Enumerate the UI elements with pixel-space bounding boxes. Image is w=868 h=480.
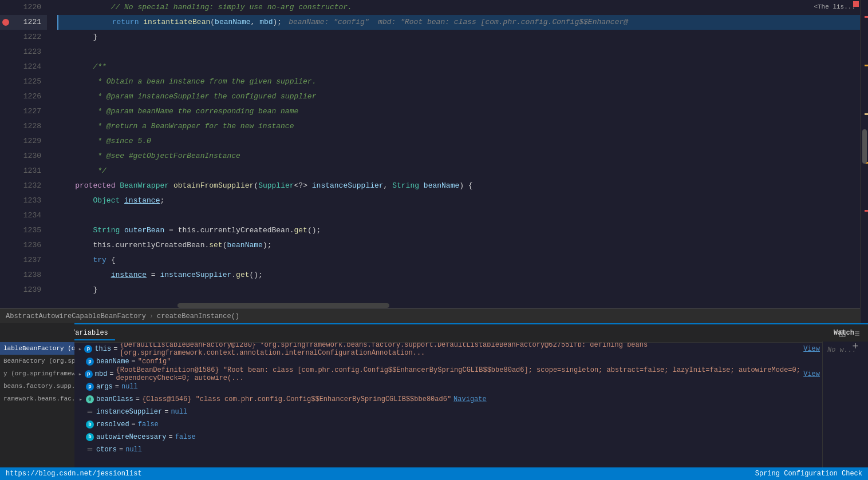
watch-label: Watch — [828, 324, 860, 339]
var-name: beanName — [96, 358, 129, 366]
variable-row-3[interactable]: pargs=null — [74, 380, 822, 393]
expand-icon[interactable]: ▸ — [77, 395, 85, 403]
var-name: instanceSupplier — [96, 408, 162, 416]
var-icon: ═ — [86, 446, 94, 454]
var-name: args — [96, 383, 113, 391]
line-number-1232: 1232▾ — [0, 178, 47, 193]
notification-badge — [853, 1, 859, 7]
code-line-1232: protected BeanWrapper obtainFromSupplier… — [57, 178, 868, 193]
scroll-marker-1 — [865, 65, 868, 66]
code-line-1221: return instantiateBean(beanName, mbd);be… — [57, 15, 868, 30]
line-number-1225: 1225 — [0, 74, 47, 89]
var-name: this — [94, 345, 111, 353]
var-value: {RootBeanDefinition@1586} "Root bean: cl… — [116, 366, 802, 382]
line-number-1228: 1228 — [0, 119, 47, 134]
variables-area[interactable]: ▸pthis={DefaultListableBeanFactory@1280}… — [74, 343, 822, 479]
var-icon: b — [86, 433, 94, 441]
breadcrumb: AbstractAutowireCapableBeanFactory › cre… — [0, 308, 860, 323]
code-line-1237: try { — [57, 253, 868, 268]
horizontal-scrollbar[interactable] — [52, 303, 860, 308]
line-number-1237: 1237▾ — [0, 253, 47, 268]
h-scrollbar-thumb — [177, 303, 389, 308]
code-line-1230: * @see #getObjectForBeanInstance — [57, 149, 868, 164]
var-value: false — [138, 421, 159, 429]
var-value: {DefaultListableBeanFactory@1280} *org.s… — [120, 343, 801, 357]
variable-row-5[interactable]: ═instanceSupplier=null — [74, 406, 822, 418]
line-number-1233: 1233 — [0, 193, 47, 208]
expand-icon[interactable]: ▸ — [77, 370, 84, 378]
sidebar-frame-1[interactable]: BeanFactory (org.spring... — [0, 355, 74, 367]
expand-icon[interactable]: ▸ — [77, 345, 83, 353]
var-name: ctors — [96, 446, 117, 454]
var-link[interactable]: View — [803, 345, 820, 353]
var-value: {Class@1546} "class com.phr.config.Confi… — [142, 395, 451, 403]
sidebar-frame-2[interactable]: y (org.springframew... — [0, 367, 74, 380]
var-equals: = — [132, 358, 136, 366]
breadcrumb-class: AbstractAutowireCapableBeanFactory — [6, 312, 146, 320]
call-stack-panel: lableBeanFactory (org.s...BeanFactory (o… — [0, 323, 74, 480]
var-icon: p — [84, 345, 92, 353]
code-content[interactable]: // No special handling: simply use no-ar… — [52, 0, 868, 323]
line-number-1229: 1229 — [0, 134, 47, 149]
var-link[interactable]: View — [803, 370, 820, 378]
var-equals: = — [168, 433, 172, 441]
line-number-1235: 1235 — [0, 223, 47, 238]
var-icon: b — [86, 421, 94, 429]
var-icon: p — [86, 383, 94, 391]
code-line-1231: */ — [57, 164, 868, 178]
sidebar-frame-4[interactable]: ramework.beans.fac... — [0, 392, 74, 405]
variable-row-0[interactable]: ▸pthis={DefaultListableBeanFactory@1280}… — [74, 343, 822, 355]
variable-row-2[interactable]: ▸pmbd={RootBeanDefinition@1586} "Root be… — [74, 368, 822, 380]
var-link[interactable]: Navigate — [453, 395, 487, 403]
variable-row-8[interactable]: ═ctors=null — [74, 443, 822, 456]
code-line-1239: } — [57, 283, 868, 297]
code-line-1227: * @param beanName the corresponding bean… — [57, 104, 868, 119]
watch-panel: No w... — [822, 342, 868, 480]
line-number-1222: 1222 — [0, 30, 47, 45]
debug-value: beanName: "config" mbd: "Root bean: clas… — [289, 18, 628, 26]
code-line-1226: * @param instanceSupplier the configured… — [57, 89, 868, 104]
code-line-1222: } — [57, 30, 868, 45]
var-name: autowireNecessary — [96, 433, 166, 441]
variable-row-7[interactable]: bautowireNecessary=false — [74, 431, 822, 443]
code-line-1224: /** — [57, 59, 868, 74]
breadcrumb-method: createBeanInstance() — [157, 312, 239, 320]
variable-row-4[interactable]: ▸cbeanClass={Class@1546} "class com.phr.… — [74, 393, 822, 406]
var-icon: p — [85, 370, 93, 378]
code-line-1229: * @since 5.0 — [57, 134, 868, 149]
var-name: mbd — [95, 370, 108, 378]
debug-toolbar: ▲ ▼ Variables — [0, 324, 868, 343]
line-number-1238: 1238 — [0, 268, 47, 283]
line-number-1236: 1236 — [0, 238, 47, 253]
status-url: https://blog.csdn.net/jessionlist — [6, 470, 142, 478]
status-bar: https://blog.csdn.net/jessionlist Spring… — [0, 467, 868, 480]
breakpoint-icon[interactable] — [2, 19, 9, 26]
var-equals: = — [115, 383, 119, 391]
code-line-1225: * Obtain a bean instance from the given … — [57, 74, 868, 89]
vertical-scrollbar[interactable] — [860, 0, 868, 323]
sidebar-frame-3[interactable]: beans.factory.supp... — [0, 380, 74, 392]
line-number-1224: 1224 — [0, 59, 47, 74]
variable-row-6[interactable]: bresolved=false — [74, 418, 822, 431]
var-name: resolved — [96, 421, 129, 429]
var-equals: = — [109, 370, 113, 378]
var-equals: = — [113, 345, 117, 353]
line-numbers-gutter: 1220122112221223122412251226122712281229… — [0, 0, 52, 323]
line-number-1221: 1221 — [0, 15, 47, 30]
code-line-1238: instance = instanceSupplier.get(); — [57, 268, 868, 283]
code-line-1233: Object instance; — [57, 193, 868, 208]
line-number-1230: 1230 — [0, 149, 47, 164]
code-line-1220: // No special handling: simply use no-ar… — [57, 0, 868, 15]
var-equals: = — [119, 446, 123, 454]
no-watch-text: No w... — [823, 342, 868, 359]
add-watch-button[interactable]: + — [851, 342, 860, 351]
var-value: "config" — [138, 358, 171, 366]
line-number-1223: 1223 — [0, 45, 47, 59]
sidebar-frame-0[interactable]: lableBeanFactory (org.s... — [0, 342, 74, 355]
line-number-1231: 1231 — [0, 164, 47, 178]
var-icon: ═ — [86, 408, 94, 416]
code-line-1234 — [57, 208, 868, 223]
debug-panel: ▲ ▼ Variables ▸pthis={ — [0, 323, 868, 480]
line-number-1226: 1226 — [0, 89, 47, 104]
sidebar-items: lableBeanFactory (org.s...BeanFactory (o… — [0, 342, 74, 405]
